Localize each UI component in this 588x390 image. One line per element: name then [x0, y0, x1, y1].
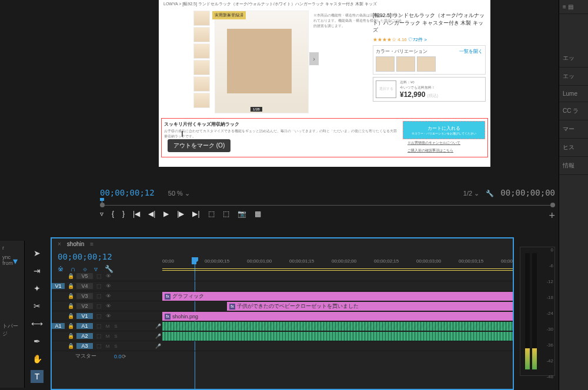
thumbnail	[193, 76, 210, 92]
variation-thumb	[417, 56, 436, 72]
hand-tool-icon[interactable]: ✋	[31, 352, 44, 365]
select-button: 選択する	[376, 80, 396, 98]
image-counter: 1/28	[250, 107, 262, 112]
thumbnail	[193, 60, 210, 75]
price-box: 選択する 送料：¥0 今いつでも送料無料！ ¥12,990 (税込)	[373, 77, 486, 102]
preview-breadcrumb: LOWYA > [幅92.5] ランドセルラック（オーク/ウォルナット/ホワイト…	[159, 0, 490, 8]
ruler-tick: 00;00;03;15	[459, 258, 483, 264]
thumbnail	[193, 93, 210, 108]
track-header-v4[interactable]: V1🔒V4⬚👁	[52, 281, 162, 291]
thumbnail	[193, 43, 210, 59]
track-headers: 🔒V5⬚👁 V1🔒V4⬚👁 🔒V3⬚👁 🔒V2⬚👁 🔒V1⬚👁 A1🔒A1⬚MS…	[52, 271, 162, 361]
variation-thumb	[376, 56, 395, 72]
pen-tool-icon[interactable]: ✒	[31, 335, 44, 348]
price: ¥12,990	[400, 90, 425, 99]
export-frame-icon[interactable]: 📷	[238, 210, 246, 222]
master-track[interactable]: マスター0.0⟳	[52, 351, 162, 361]
resolution-dropdown[interactable]: 1/2 ⌄	[463, 190, 479, 197]
track-header-v5[interactable]: 🔒V5⬚👁	[52, 271, 162, 281]
duration-timecode: 00;00;00;00	[500, 188, 555, 197]
selection-tool-icon[interactable]: ➤	[31, 247, 44, 260]
mini-scrubber[interactable]	[100, 199, 555, 207]
panel-text: ync from	[2, 253, 22, 268]
clip-audio-a2[interactable]	[162, 332, 513, 341]
project-panel-fragment: r ync from トパージ	[0, 241, 25, 388]
type-tool-icon[interactable]: T	[31, 370, 44, 383]
panel-tab-essential2[interactable]: エッ	[559, 68, 588, 86]
meter-scale: 0 -6 -12 -18 -24 -30 -36 -42 -48 -54 dB	[546, 247, 553, 390]
work-area-bar[interactable]	[162, 268, 513, 269]
extract-icon[interactable]: ⬚	[223, 210, 229, 222]
panel-text: r	[2, 243, 22, 253]
ruler-tick: 00;00;01;15	[289, 258, 314, 264]
slip-tool-icon[interactable]: ⟷	[31, 317, 44, 330]
audio-meters: 0 -6 -12 -18 -24 -30 -36 -42 -48 -54 dB	[520, 247, 555, 376]
go-to-out-icon[interactable]: ▶|	[192, 210, 199, 222]
right-side-panel: ≡ ▤ エッ エッ Lume CC ラ マー ヒス 情報	[559, 0, 588, 390]
cart-button: カートに入れる ※カラー・バリエーションをお選びしてください	[403, 121, 485, 139]
play-icon[interactable]: ▶	[163, 210, 169, 222]
mark-out-icon[interactable]: }	[122, 210, 125, 222]
sequence-tab[interactable]: shohin	[67, 241, 84, 247]
panel-tab-markers[interactable]: マー	[559, 120, 588, 139]
track-header-v3[interactable]: 🔒V3⬚👁	[52, 291, 162, 301]
wrench-icon[interactable]: 🔧	[486, 190, 494, 197]
shipping-label: 送料：¥0	[400, 80, 438, 85]
preview-thumbnail-strip	[193, 11, 210, 113]
clip-graphic[interactable]: fxグラフィック	[162, 292, 513, 301]
transport-bar: 00;00;00;12 50 % ⌄ 1/2 ⌄ 🔧 00;00;00;00 ▿…	[100, 188, 555, 226]
clip-audio-a1[interactable]	[162, 322, 513, 331]
step-forward-icon[interactable]: |▶	[177, 210, 184, 222]
ruler-tick: 00;00;	[501, 258, 514, 264]
track-header-a2[interactable]: 🔒A2⬚MS🎤	[52, 331, 162, 341]
panel-tab-icons[interactable]: ≡ ▤	[559, 0, 588, 14]
mark-out-tooltip: アウトをマーク (O)	[168, 139, 230, 152]
ripple-edit-tool-icon[interactable]: ✦	[31, 282, 44, 295]
track-header-a1[interactable]: A1🔒A1⬚MS🎤	[52, 321, 162, 331]
track-content-area[interactable]: fxグラフィック fx子供ができたのでベビークローゼットを買いました fxsho…	[162, 271, 513, 351]
marker-icon[interactable]: ▾	[13, 255, 18, 267]
track-select-tool-icon[interactable]: ⇥	[31, 264, 44, 277]
variation-label: カラー・バリエーション一覧を開く	[376, 48, 483, 55]
preview-main-image: 実用新案登録済 1/28 ›	[215, 11, 309, 113]
panel-text: トパージ	[2, 321, 22, 339]
meter-right	[532, 253, 537, 369]
panel-tab-cc[interactable]: CC ラ	[559, 102, 588, 120]
razor-tool-icon[interactable]: ✂	[31, 300, 44, 312]
go-to-in-icon[interactable]: |◀	[133, 210, 140, 222]
panel-tab-history[interactable]: ヒス	[559, 139, 588, 157]
description-body: お子様の成長に合わせてカスタマイズできる機能をギュッと詰め込んだ、毎日の「いって…	[164, 129, 398, 139]
ruler-tick: 00;00;01;00	[247, 258, 272, 264]
timeline-timecode[interactable]: 00;00;00;12	[52, 250, 118, 264]
lift-icon[interactable]: ⬚	[208, 210, 215, 222]
panel-tab-info[interactable]: 情報	[559, 157, 588, 175]
timeline-ruler[interactable]: 00;0000;00;00;1500;00;01;0000;00;01;1500…	[162, 257, 513, 268]
ruler-tick: 00;00	[162, 258, 174, 264]
clip-subtitle[interactable]: fx子供ができたのでベビークローゼットを買いました	[227, 302, 513, 311]
registered-badge: 実用新案登録済	[212, 11, 246, 19]
comparison-icon[interactable]: ▦	[255, 210, 261, 222]
track-header-a3[interactable]: 🔒A3⬚MS🎤	[52, 341, 162, 351]
description-title: スッキリ片付くキッズ用収納ラック	[164, 121, 398, 127]
ruler-tick: 00;00;02;15	[374, 258, 399, 264]
mark-in-icon[interactable]: {	[112, 210, 114, 222]
add-button-icon[interactable]: +	[549, 210, 555, 222]
ruler-tick: 00;00;00;15	[205, 258, 229, 264]
cart-note: ※お買物後のキャンセルについて	[403, 139, 485, 147]
current-timecode[interactable]: 00;00;00;12	[100, 188, 155, 197]
next-image-icon: ›	[309, 52, 319, 65]
step-back-icon[interactable]: ◀|	[148, 210, 155, 222]
zoom-dropdown[interactable]: 50 % ⌄	[168, 190, 190, 197]
cart-note: ご購入前の確認事項はこちら	[403, 147, 485, 154]
ruler-tick: 00;00;03;00	[416, 258, 441, 264]
meter-left	[525, 253, 530, 369]
shipping-note: 今いつでも送料無料！	[400, 85, 438, 90]
track-header-v1[interactable]: 🔒V1⬚👁	[52, 311, 162, 321]
track-header-v2[interactable]: 🔒V2⬚👁	[52, 301, 162, 311]
panel-tab-lumetri[interactable]: Lume	[559, 86, 588, 102]
add-marker-icon[interactable]: ▿	[100, 210, 103, 222]
clip-video[interactable]: fxshohin.png	[162, 312, 513, 321]
variation-thumb	[396, 56, 415, 72]
panel-tab-essential1[interactable]: エッ	[559, 49, 588, 68]
product-rating: ★★★★☆ 4.16 ♡72件 >	[373, 36, 486, 43]
